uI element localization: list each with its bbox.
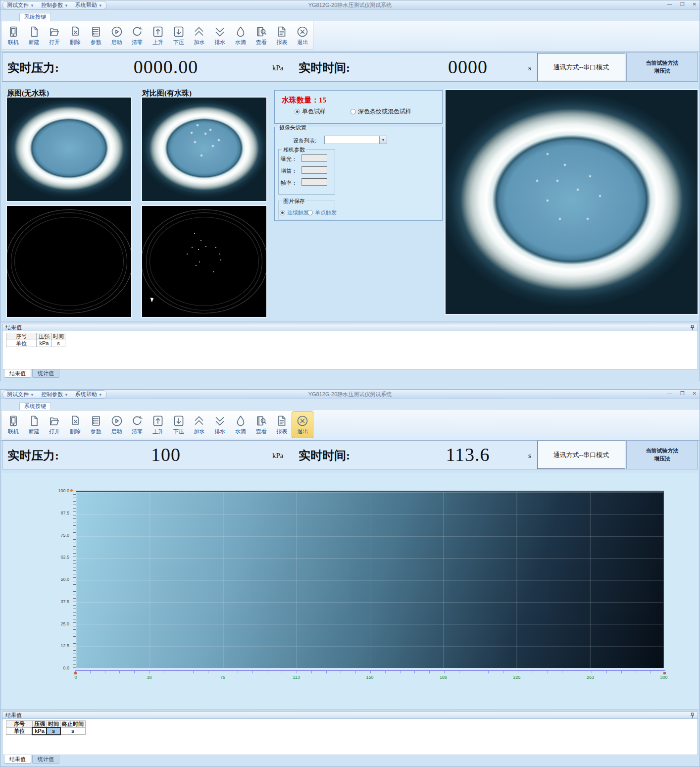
delete-button[interactable]: 删除 bbox=[65, 412, 86, 438]
parameters-icon bbox=[90, 25, 102, 38]
connect-button[interactable]: 联机 bbox=[3, 23, 24, 49]
rise-button[interactable]: 上升 bbox=[148, 412, 168, 438]
water-droplet bbox=[218, 139, 220, 141]
report-button[interactable]: 报表 bbox=[272, 23, 293, 49]
add-water-button[interactable]: 加水 bbox=[189, 23, 210, 49]
x-axis-ticks bbox=[75, 671, 665, 673]
pin-icon[interactable] bbox=[690, 325, 695, 331]
table-cell[interactable]: kPa bbox=[32, 727, 47, 735]
radio-dark-stripe-sample[interactable]: 深色条纹或混色试样 bbox=[350, 107, 411, 116]
pressure-label: 实时压力: bbox=[7, 60, 59, 76]
method-value: 增压法 bbox=[654, 455, 670, 462]
x-tick-label: 225 bbox=[513, 675, 520, 680]
y-tick-label: 12.5 bbox=[60, 643, 69, 648]
press-button[interactable]: 下压 bbox=[168, 23, 189, 49]
table-cell[interactable]: kPa bbox=[36, 340, 52, 347]
tab-system-keys[interactable]: 系统按键 bbox=[19, 13, 51, 21]
exposure-input[interactable] bbox=[301, 154, 327, 162]
gain-label: 增益： bbox=[281, 167, 297, 175]
results-table: 序号压强时间终止时间单位kPass bbox=[6, 721, 86, 735]
test-method-button[interactable]: 当前试验方法 增压法 bbox=[626, 53, 698, 81]
new-button[interactable]: 新建 bbox=[24, 23, 45, 49]
window-chart-view: 测试文件▼控制参数▼系统帮助▼ YG812G-20静水压测试仪测试系统 — ❐ … bbox=[0, 389, 700, 767]
drop-button[interactable]: 水滴 bbox=[230, 412, 251, 438]
gain-input[interactable] bbox=[301, 166, 327, 174]
device-list-combobox[interactable]: ▼ bbox=[324, 136, 387, 144]
drain-button[interactable]: 排水 bbox=[209, 23, 230, 49]
water-droplet bbox=[547, 200, 549, 202]
open-button[interactable]: 打开 bbox=[44, 23, 65, 49]
table-cell[interactable]: s bbox=[47, 727, 60, 735]
results-tabs: 结果值统计值 bbox=[2, 755, 698, 764]
y-axis-labels: 100.087.575.062.550.037.525.012.50.0 bbox=[50, 491, 71, 668]
water-droplet bbox=[587, 218, 589, 220]
tab-statistics[interactable]: 统计值 bbox=[32, 755, 59, 764]
table-cell[interactable]: 单位 bbox=[6, 727, 33, 735]
tab-results[interactable]: 结果值 bbox=[4, 369, 31, 378]
start-button[interactable]: 启动 bbox=[106, 23, 127, 49]
chevron-down-icon[interactable]: ▼ bbox=[380, 136, 387, 144]
start-button[interactable]: 启动 bbox=[106, 412, 127, 438]
add-water-button[interactable]: 加水 bbox=[189, 412, 210, 438]
detected-droplet-dot bbox=[215, 247, 216, 248]
params-button[interactable]: 参数 bbox=[86, 23, 106, 49]
test-method-button[interactable]: 当前试验方法 增压法 bbox=[626, 441, 698, 469]
exit-button[interactable]: 退出 bbox=[292, 412, 313, 438]
table-cell[interactable]: s bbox=[51, 340, 65, 347]
view-button[interactable]: 查看 bbox=[251, 412, 272, 438]
minimize-icon[interactable]: — bbox=[667, 1, 672, 7]
toolbar-button-label: 退出 bbox=[297, 39, 308, 46]
connect-button[interactable]: 联机 bbox=[3, 412, 24, 438]
press-button[interactable]: 下压 bbox=[168, 412, 189, 438]
tab-results[interactable]: 结果值 bbox=[4, 755, 31, 764]
radio-monochrome-sample[interactable]: 单色试样 bbox=[295, 107, 326, 116]
maximize-icon[interactable]: ❐ bbox=[680, 1, 685, 7]
radio-continuous-trigger[interactable]: 连续触发 bbox=[280, 209, 309, 216]
minimize-icon[interactable]: — bbox=[667, 391, 672, 396]
ribbon-row: 联机新建打开删除参数启动清零上升下压加水排水水滴查看报表退出 bbox=[0, 410, 700, 441]
drain-button[interactable]: 排水 bbox=[209, 412, 230, 438]
close-icon[interactable]: ✕ bbox=[693, 1, 697, 7]
open-button[interactable]: 打开 bbox=[44, 412, 65, 438]
time-value: 113.6 bbox=[389, 444, 547, 465]
original-specimen-image bbox=[6, 97, 132, 202]
params-button[interactable]: 参数 bbox=[86, 412, 106, 438]
comm-mode-button[interactable]: 通讯方式--串口模式 bbox=[537, 53, 625, 81]
zero-button[interactable]: 清零 bbox=[127, 23, 148, 49]
droplet-count-panel: 水珠数量：15 单色试样 深色条纹或混色试样 bbox=[274, 90, 443, 124]
pin-icon[interactable] bbox=[690, 713, 695, 718]
start-icon bbox=[110, 414, 123, 427]
water-droplet bbox=[200, 154, 202, 156]
exit-button[interactable]: 退出 bbox=[292, 23, 313, 49]
rise-button[interactable]: 上升 bbox=[148, 23, 168, 49]
comm-mode-button[interactable]: 通讯方式--串口模式 bbox=[537, 441, 625, 469]
camera-settings-panel: 摄像头设置 设备列表: ▼ 相机参数 曝光： 增益： 帧率： 图片保存 bbox=[274, 127, 443, 221]
y-tick-label: 100.0 bbox=[58, 488, 69, 493]
toolbar-button-label: 下压 bbox=[173, 428, 184, 435]
table-cell[interactable]: 单位 bbox=[6, 340, 37, 347]
tab-statistics[interactable]: 统计值 bbox=[32, 369, 59, 378]
tab-system-keys[interactable]: 系统按键 bbox=[19, 402, 51, 410]
new-button[interactable]: 新建 bbox=[24, 412, 45, 438]
maximize-icon[interactable]: ❐ bbox=[680, 391, 685, 396]
view-button[interactable]: 查看 bbox=[251, 23, 272, 49]
zero-button[interactable]: 清零 bbox=[127, 412, 148, 438]
device-list-value[interactable] bbox=[324, 136, 380, 144]
y-tick-label: 37.5 bbox=[60, 599, 69, 604]
time-label: 实时时间: bbox=[299, 60, 350, 76]
drop-button[interactable]: 水滴 bbox=[230, 23, 251, 49]
delete-button[interactable]: 删除 bbox=[65, 23, 86, 49]
report-button[interactable]: 报表 bbox=[272, 412, 293, 438]
live-specimen-image bbox=[445, 89, 699, 315]
water-droplet bbox=[599, 195, 601, 197]
framerate-input[interactable] bbox=[301, 178, 327, 186]
new-file-icon bbox=[28, 414, 41, 427]
close-icon[interactable]: ✕ bbox=[693, 391, 697, 396]
water-droplet bbox=[589, 175, 591, 177]
open-folder-icon bbox=[48, 25, 61, 38]
pressure-unit: kPa bbox=[272, 64, 284, 72]
radio-single-trigger[interactable]: 单点触发 bbox=[307, 209, 337, 216]
table-cell[interactable]: s bbox=[60, 727, 86, 735]
results-panel-header: 结果值 bbox=[2, 712, 698, 719]
pressure-label: 实时压力: bbox=[7, 448, 59, 463]
